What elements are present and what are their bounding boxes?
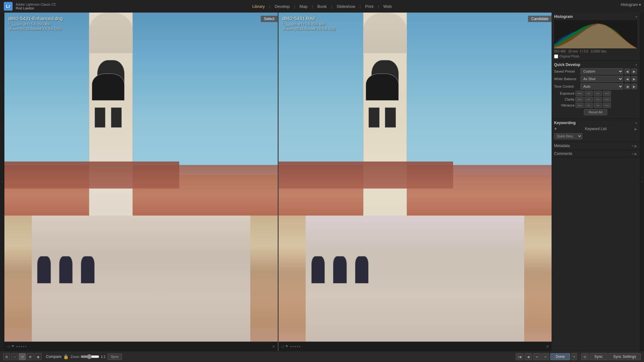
tone-control-select[interactable]: Auto xyxy=(580,83,623,90)
main-layout: ‹ xyxy=(0,13,644,351)
nav-map[interactable]: Map xyxy=(295,3,312,10)
vibrance-row: Vibrance <<< << >> >>> xyxy=(554,103,637,108)
wb-next[interactable]: ▶ xyxy=(631,76,637,82)
keyword-list-row: + Keyword List ▶ xyxy=(554,126,637,131)
comments-row-right: + ▶ xyxy=(631,152,637,156)
right-photo-filename: d862-5431.RAF xyxy=(282,16,336,21)
right-panel-collapse[interactable]: › xyxy=(640,13,644,351)
left-panel-collapse[interactable]: ‹ xyxy=(0,13,4,351)
swap-buttons: ⇐ ⇒ xyxy=(533,353,549,360)
swap-left-button[interactable]: ⇐ xyxy=(533,353,541,360)
add-keyword-button[interactable]: + xyxy=(554,126,557,131)
histogram-toggle-button[interactable]: Histogram ▾ xyxy=(621,3,641,7)
swap-right-button[interactable]: ⇒ xyxy=(541,353,549,360)
quick-desc-row: Quick Desc. xyxy=(554,133,637,140)
keywording-header[interactable]: Keywording ▾ xyxy=(554,121,637,125)
metadata-row[interactable]: Metadata + ▶ xyxy=(552,142,640,150)
nav-web[interactable]: Web xyxy=(379,3,396,10)
comments-label: Comments xyxy=(554,151,572,156)
tone-next[interactable]: ▶ xyxy=(631,84,637,89)
quick-desc-select[interactable]: Quick Desc. xyxy=(554,133,582,139)
original-photo-label: Original Photo xyxy=(559,55,579,58)
left-panel-close[interactable]: ✕ xyxy=(272,344,275,349)
nav-slideshow[interactable]: Slideshow xyxy=(332,3,359,10)
comments-toggle: + xyxy=(631,152,633,156)
quick-develop-section: Quick Develop ▾ Saved Preset Custom ◀ ▶ … xyxy=(552,61,640,119)
right-photo-candidate-badge: Candidate xyxy=(528,16,552,22)
exposure-decrease-small[interactable]: << xyxy=(585,91,593,96)
grid-view-button[interactable]: ⊞ xyxy=(3,353,10,360)
people-view-button[interactable]: ◉ xyxy=(35,353,42,360)
prev-button[interactable]: ◀ xyxy=(525,353,532,360)
saved-preset-prev[interactable]: ◀ xyxy=(625,69,630,74)
exposure-increase-small[interactable]: >> xyxy=(594,91,602,96)
tone-control-row: Tone Control Auto ◀ ▶ xyxy=(554,83,637,90)
done-button[interactable]: Done xyxy=(550,353,570,360)
sync-panel-icon[interactable]: ⊟ xyxy=(581,353,589,360)
right-strip-left-arrow[interactable]: ◁ xyxy=(281,344,283,348)
left-filmstrip-dots xyxy=(16,346,26,347)
exposure-increase-large[interactable]: >>> xyxy=(603,91,611,96)
clarity-row: Clarity <<< << >> >>> xyxy=(554,97,637,102)
compare-label: Compare xyxy=(46,354,61,359)
top-bar: Lr Adobe Lightroom Classic CC Rod Lawton… xyxy=(0,0,644,13)
clarity-increase-small[interactable]: >> xyxy=(594,97,602,102)
vibrance-decrease-small[interactable]: << xyxy=(585,103,593,108)
loupe-view-button[interactable]: □ xyxy=(11,353,18,360)
compare-lock-button[interactable]: 🔒 xyxy=(63,354,69,359)
original-photo-checkbox[interactable] xyxy=(554,54,558,58)
white-balance-select[interactable]: As Shot xyxy=(580,76,623,82)
vibrance-increase-small[interactable]: >> xyxy=(594,103,602,108)
histogram-meta: ISO 400 16 mm f / 5.6 1/1600 Sec xyxy=(554,50,637,53)
sync-panel-controls: ⊟ Sync Sync Settings xyxy=(581,353,641,360)
left-strip-left-arrow[interactable]: ◁ xyxy=(7,344,9,348)
right-photo-panel: d862-5431.RAF 1/1600 sec at f / 5.6, ISO… xyxy=(279,13,552,351)
histogram-header[interactable]: Histogram ▾ xyxy=(554,14,637,19)
skip-start-button[interactable]: |◀ xyxy=(516,353,523,360)
compare-view-button[interactable]: ⊟ xyxy=(19,353,26,360)
histogram-svg xyxy=(554,20,637,48)
hist-focal: 16 mm xyxy=(568,50,578,53)
left-photo-meta: 1/1600 sec at f / 5.6, ISO 400 xyxy=(8,22,63,27)
qd-collapse-icon: ▾ xyxy=(636,63,637,67)
right-panel-close[interactable]: ✕ xyxy=(546,344,549,349)
saved-preset-select[interactable]: Custom xyxy=(580,68,623,74)
zoom-slider[interactable] xyxy=(80,354,99,359)
comments-row[interactable]: Comments + ▶ xyxy=(552,150,640,158)
tone-prev[interactable]: ◀ xyxy=(625,84,630,89)
nav-book[interactable]: Book xyxy=(313,3,331,10)
nav-print[interactable]: Print xyxy=(361,3,378,10)
bottom-toolbar: ⊞ □ ⊟ ⊠ ◉ Compare 🔒 Zoom 1:1 Sync |◀ ◀ ⇐… xyxy=(0,351,644,362)
sync-panel-button[interactable]: Sync xyxy=(590,353,608,360)
nav-develop[interactable]: Develop xyxy=(270,3,294,10)
user-name: Rod Lawton xyxy=(16,6,56,10)
clarity-decrease-large[interactable]: <<< xyxy=(575,97,584,102)
saved-preset-next[interactable]: ▶ xyxy=(631,69,637,74)
vibrance-label: Vibrance xyxy=(554,103,575,107)
vibrance-decrease-large[interactable]: <<< xyxy=(575,103,584,108)
clarity-increase-large[interactable]: >>> xyxy=(603,97,611,102)
exposure-decrease-large[interactable]: <<< xyxy=(575,91,584,96)
left-strip-flag[interactable]: ⚑ xyxy=(11,344,14,348)
photos-container: d862-5431-Enhanced.dng 1/1600 sec at f /… xyxy=(4,13,552,351)
vibrance-increase-large[interactable]: >>> xyxy=(603,103,611,108)
zoom-value: 1:1 xyxy=(101,355,105,359)
right-panel: Histogram ▾ ISO 400 xyxy=(552,13,640,351)
histogram-section: Histogram ▾ ISO 400 xyxy=(552,13,640,61)
quick-develop-header[interactable]: Quick Develop ▾ xyxy=(554,63,637,67)
nav-library[interactable]: Library xyxy=(248,3,269,10)
histogram-canvas xyxy=(554,20,637,48)
clarity-decrease-small[interactable]: << xyxy=(585,97,593,102)
clarity-label: Clarity xyxy=(554,97,575,101)
reset-all-button[interactable]: Reset All xyxy=(584,109,607,115)
left-photo-select-badge[interactable]: Select xyxy=(261,16,277,22)
done-dropdown[interactable]: ▾ xyxy=(571,353,577,360)
survey-view-button[interactable]: ⊠ xyxy=(27,353,34,360)
keywording-section: Keywording ▾ + Keyword List ▶ Quick Desc… xyxy=(552,119,640,142)
sync-button[interactable]: Sync xyxy=(108,354,122,360)
metadata-label: Metadata xyxy=(554,144,570,148)
sync-settings-button[interactable]: Sync Settings xyxy=(608,353,641,360)
right-strip-flag[interactable]: ⚑ xyxy=(285,344,288,348)
right-photo-lens: 16 mm (XC16-50mmF3.5-5.6 OIS) xyxy=(282,27,336,31)
wb-prev[interactable]: ◀ xyxy=(625,76,630,82)
